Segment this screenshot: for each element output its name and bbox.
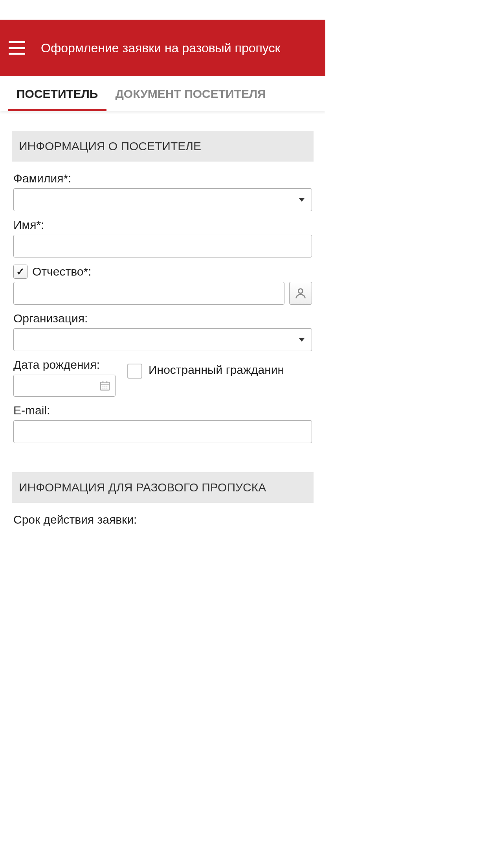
section-visitor-info-header: ИНФОРМАЦИЯ О ПОСЕТИТЕЛЕ (12, 131, 314, 162)
birthdate-label: Дата рождения: (13, 358, 116, 371)
content-area: ИНФОРМАЦИЯ О ПОСЕТИТЕЛЕ Фамилия*: Имя*: … (0, 111, 325, 538)
organization-dropdown[interactable] (13, 328, 312, 351)
person-lookup-button[interactable] (289, 282, 312, 305)
patronymic-label: Отчество*: (32, 265, 91, 278)
surname-dropdown[interactable] (13, 188, 312, 211)
organization-label: Организация: (13, 312, 312, 325)
firstname-input[interactable] (13, 235, 312, 257)
firstname-label: Имя*: (13, 218, 312, 232)
patronymic-input[interactable] (13, 282, 284, 305)
organization-row: Организация: (12, 312, 314, 351)
birth-foreign-row: Дата рождения: Иностранный гражданин (12, 358, 314, 397)
firstname-row: Имя*: (12, 218, 314, 257)
chevron-down-icon (299, 338, 305, 342)
app-header: Оформление заявки на разовый пропуск (0, 20, 325, 76)
patronymic-row: Отчество*: (12, 265, 314, 305)
email-row: E-mail: (12, 404, 314, 443)
email-input[interactable] (13, 420, 312, 443)
hamburger-menu-icon[interactable] (9, 41, 25, 55)
patronymic-enabled-checkbox[interactable] (13, 265, 28, 279)
calendar-icon (99, 380, 111, 392)
svg-point-0 (298, 289, 303, 293)
status-bar (0, 0, 325, 20)
tab-visitor-document[interactable]: ДОКУМЕНТ ПОСЕТИТЕЛЯ (106, 76, 274, 111)
foreign-citizen-checkbox[interactable] (127, 364, 142, 379)
tab-visitor[interactable]: ПОСЕТИТЕЛЬ (8, 76, 106, 111)
surname-row: Фамилия*: (12, 172, 314, 211)
organization-input[interactable] (13, 328, 312, 351)
person-icon (294, 287, 307, 300)
section-pass-info-header: ИНФОРМАЦИЯ ДЛЯ РАЗОВОГО ПРОПУСКА (12, 472, 314, 503)
surname-input[interactable] (13, 188, 312, 211)
surname-label: Фамилия*: (13, 172, 312, 185)
page-title: Оформление заявки на разовый пропуск (41, 39, 280, 57)
chevron-down-icon (299, 198, 305, 202)
birthdate-field[interactable] (13, 375, 116, 397)
tabs-bar: ПОСЕТИТЕЛЬ ДОКУМЕНТ ПОСЕТИТЕЛЯ (0, 76, 325, 111)
email-label: E-mail: (13, 404, 312, 417)
validity-period-label: Срок действия заявки: (12, 513, 314, 526)
foreign-citizen-label: Иностранный гражданин (149, 362, 284, 377)
